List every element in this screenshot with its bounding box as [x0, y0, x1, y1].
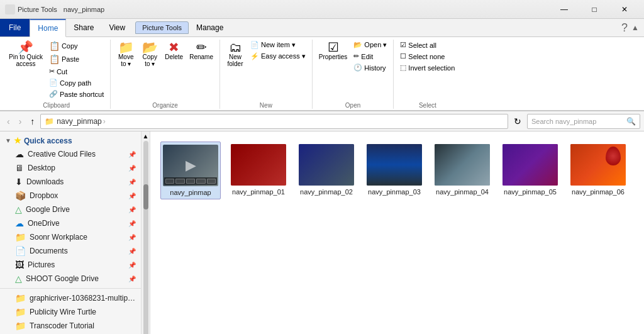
sidebar-item-pictures[interactable]: 🖼 Pictures 📌 [0, 258, 141, 272]
edit-icon: ✏ [353, 52, 359, 60]
picture-tools-label: Picture Tools [18, 6, 57, 13]
copy-icon: 📋 [49, 41, 60, 51]
file-thumbnail-6 [502, 144, 558, 186]
file-item-navy-pinmap[interactable]: ▶ navy_pinmap [160, 142, 221, 199]
cloud-icon: ☁ [15, 149, 24, 159]
tab-file[interactable]: File [0, 19, 30, 36]
sidebar-item-transcoder[interactable]: 📁 Transcoder Tutorial [0, 319, 141, 333]
ribbon-help-icon[interactable]: ? [621, 21, 628, 35]
easy-access-button[interactable]: ⚡ Easy access ▾ [248, 51, 308, 62]
properties-button[interactable]: ☑ Properties [316, 40, 350, 62]
quick-access-label: Quick access [24, 136, 72, 145]
move-icon: 📁 [118, 41, 134, 53]
file-item-03[interactable]: navy_pinmap_03 [364, 142, 425, 199]
delete-button[interactable]: ✖ Delete [162, 40, 186, 62]
search-icon: 🔍 [626, 117, 636, 126]
move-to-button[interactable]: 📁 Moveto ▾ [114, 40, 137, 69]
ribbon-group-open: ☑ Properties 📂 Open ▾ ✏ Edit 🕐 History [313, 40, 394, 109]
new-folder-button[interactable]: 🗂 Newfolder [224, 40, 247, 69]
file-thumbnail-2 [231, 144, 286, 186]
ribbon-chevron-icon[interactable]: ▲ [631, 23, 639, 32]
sidebar-item-downloads[interactable]: ⬇ Downloads 📌 [0, 175, 141, 189]
close-button[interactable]: ✕ [610, 0, 639, 19]
sidebar-item-shoot-drive[interactable]: △ SHOOT Google Drive 📌 [0, 272, 141, 286]
new-item-icon: 📄 [250, 41, 259, 49]
history-button[interactable]: 🕐 History [351, 62, 389, 73]
workplace-icon: 📁 [15, 232, 26, 242]
sidebar-item-desktop[interactable]: 🖥 Desktop 📌 [0, 161, 141, 175]
clipboard-label: Clipboard [43, 101, 70, 109]
back-button[interactable]: ‹ [4, 115, 13, 128]
forward-button[interactable]: › [16, 115, 25, 128]
new-item-button[interactable]: 📄 New item ▾ [248, 40, 308, 50]
address-bar[interactable]: 📁 navy_pinmap › [40, 114, 508, 129]
refresh-button[interactable]: ↻ [511, 115, 525, 128]
sidebar-item-workplace[interactable]: 📁 Soonr Workplace 📌 [0, 230, 141, 244]
sidebar-item-creative-cloud[interactable]: ☁ Creative Cloud Files 📌 [0, 147, 141, 161]
copy-to-icon: 📂 [142, 41, 158, 53]
ribbon-group-clipboard: 📌 Pin to Quickaccess 📋 Copy 📋 Paste ✂ Cu… [3, 40, 111, 109]
scroll-thumb[interactable] [143, 184, 148, 209]
star-icon: ★ [14, 136, 21, 145]
window-title: navy_pinmap [64, 6, 104, 13]
sidebar-item-documents[interactable]: 📄 Documents 📌 [0, 244, 141, 258]
paste-shortcut-icon: 🔗 [49, 90, 58, 98]
edit-button[interactable]: ✏ Edit [351, 51, 389, 62]
quick-access-section: ▼ ★ Quick access ☁ Creative Cloud Files … [0, 134, 141, 334]
file-item-06[interactable]: navy_pinmap_06 [568, 142, 628, 199]
invert-selection-button[interactable]: ⬚ Invert selection [397, 62, 457, 73]
shoot-icon: △ [15, 274, 22, 284]
easy-access-icon: ⚡ [250, 52, 259, 60]
collapse-icon: ▼ [5, 137, 11, 144]
tab-home[interactable]: Home [30, 19, 66, 37]
pin-to-quick-access-button[interactable]: 📌 Pin to Quickaccess [6, 40, 45, 69]
sidebar-item-onedrive[interactable]: ☁ OneDrive 📌 [0, 216, 141, 230]
file-item-04[interactable]: navy_pinmap_04 [432, 142, 492, 199]
paste-shortcut-button[interactable]: 🔗 Paste shortcut [47, 89, 106, 99]
cut-button[interactable]: ✂ Cut [47, 66, 106, 77]
search-bar[interactable]: Search navy_pinmap 🔍 [527, 114, 640, 129]
sidebar-item-google-drive[interactable]: △ Google Drive 📌 [0, 203, 141, 216]
onedrive-icon: ☁ [15, 218, 24, 228]
copy-path-button[interactable]: 📄 Copy path [47, 77, 106, 88]
address-folder-icon: 📁 [45, 117, 54, 126]
sidebar-item-dropbox[interactable]: 📦 Dropbox 📌 [0, 189, 141, 203]
tab-picture-tools[interactable]: Picture Tools [135, 21, 189, 34]
select-none-button[interactable]: ☐ Select none [397, 51, 457, 62]
file-thumbnail-4 [367, 144, 422, 186]
copy-button[interactable]: 📋 Copy [47, 40, 106, 52]
minimize-button[interactable]: — [550, 0, 579, 19]
file-thumbnail-1: ▶ [163, 145, 218, 186]
file-label-4: navy_pinmap_03 [368, 188, 421, 196]
title-bar: Picture Tools navy_pinmap — □ ✕ [0, 0, 644, 19]
file-item-05[interactable]: navy_pinmap_05 [500, 142, 560, 199]
rename-button[interactable]: ✏ Rename [187, 40, 216, 62]
sidebar-scrollbar[interactable]: ▲ ▼ [142, 131, 150, 334]
tab-view[interactable]: View [101, 19, 133, 36]
dropbox-icon: 📦 [15, 191, 26, 201]
invert-icon: ⬚ [400, 64, 406, 72]
google-drive-icon: △ [15, 204, 22, 214]
sidebar-item-publicity[interactable]: 📁 Publicity Wire Turtle [0, 305, 141, 319]
ribbon-group-organize: 📁 Moveto ▾ 📂 Copyto ▾ ✖ Delete ✏ Rename … [111, 40, 220, 109]
pictures-icon: 🖼 [15, 260, 24, 270]
documents-icon: 📄 [15, 246, 26, 256]
open-button[interactable]: 📂 Open ▾ [351, 40, 389, 50]
paste-button[interactable]: 📋 Paste [47, 53, 106, 65]
ribbon-content: 📌 Pin to Quickaccess 📋 Copy 📋 Paste ✂ Cu… [0, 37, 644, 111]
file-item-02[interactable]: navy_pinmap_02 [296, 142, 357, 199]
app-icon [5, 4, 15, 14]
desktop-icon: 🖥 [15, 163, 24, 173]
copy-to-button[interactable]: 📂 Copyto ▾ [138, 40, 161, 69]
quick-access-header[interactable]: ▼ ★ Quick access [0, 134, 141, 147]
up-button[interactable]: ↑ [27, 115, 38, 128]
play-icon: ▶ [186, 157, 196, 174]
tab-manage[interactable]: Manage [189, 19, 231, 36]
tab-share[interactable]: Share [66, 19, 101, 36]
sidebar-item-graphicriver[interactable]: 📁 graphicriver-10368231-multipurpose- [0, 291, 141, 305]
maximize-button[interactable]: □ [580, 0, 609, 19]
new-label: New [260, 101, 272, 109]
file-item-01[interactable]: navy_pinmap_01 [228, 142, 289, 199]
select-all-button[interactable]: ☑ Select all [397, 40, 457, 50]
scroll-up-button[interactable]: ▲ [143, 133, 149, 140]
